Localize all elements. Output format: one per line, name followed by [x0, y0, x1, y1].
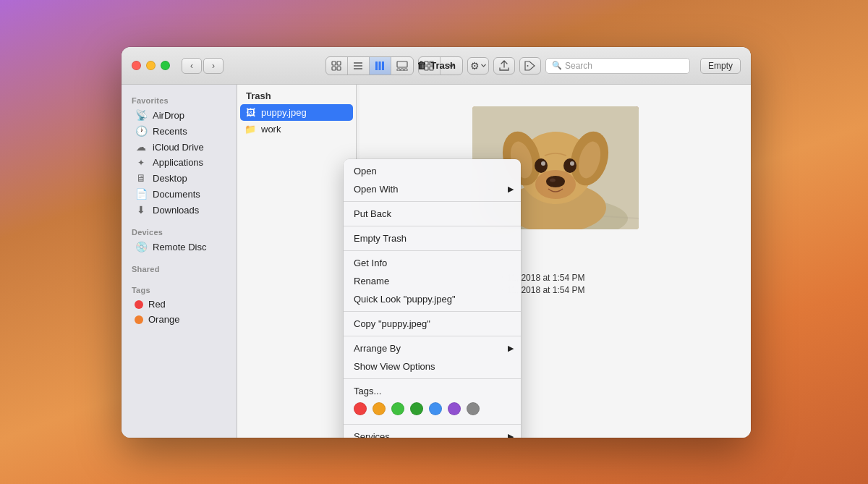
icloud-icon: ☁	[135, 141, 148, 153]
svg-rect-13	[404, 69, 407, 71]
arrange-by-arrow-icon: ▶	[508, 344, 514, 353]
tag-color-red[interactable]	[354, 402, 367, 415]
menu-item-put-back-label: Put Back	[354, 208, 391, 219]
menu-item-quick-look-label: Quick Look "puppy.jpeg"	[354, 294, 456, 305]
tags-label[interactable]: Tags...	[354, 386, 511, 396]
menu-item-get-info[interactable]: Get Info	[344, 254, 521, 272]
menu-item-show-view-options[interactable]: Show View Options	[344, 357, 521, 375]
sidebar-item-tag-red-label: Red	[148, 299, 166, 310]
menu-separator-2	[344, 226, 521, 226]
sidebar-item-remote-disc[interactable]: 💿 Remote Disc	[124, 239, 234, 255]
sidebar-item-icloud-label: iCloud Drive	[153, 142, 204, 153]
tag-button[interactable]	[519, 57, 541, 75]
sidebar-item-documents[interactable]: 📄 Documents	[124, 186, 234, 202]
sidebar-item-desktop-label: Desktop	[153, 173, 187, 184]
svg-rect-3	[337, 67, 341, 70]
sidebar-item-airdrop-label: AirDrop	[153, 110, 184, 121]
sidebar-item-recents[interactable]: 🕐 Recents	[124, 123, 234, 139]
menu-item-open-with[interactable]: Open With ▶	[344, 180, 521, 198]
menu-separator-4	[344, 311, 521, 312]
svg-point-32	[570, 161, 574, 166]
tag-red-dot	[135, 300, 143, 309]
menu-separator-5	[344, 336, 521, 336]
tag-color-blue[interactable]	[429, 402, 442, 415]
sidebar-item-tag-red[interactable]: Red	[124, 297, 234, 312]
window-title-area: 🗑 Trash	[417, 60, 456, 71]
file-item-work[interactable]: 📁 work	[237, 121, 356, 137]
sidebar-section-favorites: Favorites	[122, 92, 237, 107]
tag-color-yellow[interactable]	[391, 402, 404, 415]
traffic-lights	[132, 61, 170, 70]
svg-point-18	[527, 65, 528, 67]
sidebar-item-downloads[interactable]: ⬇ Downloads	[124, 202, 234, 218]
back-button[interactable]: ‹	[182, 58, 202, 74]
finder-window: ‹ › 🗑 Trash	[122, 47, 751, 438]
airdrop-icon: 📡	[135, 109, 148, 121]
svg-point-35	[550, 179, 556, 182]
svg-rect-2	[332, 67, 336, 70]
file-name-puppy: puppy.jpeg	[261, 107, 307, 118]
tag-color-purple[interactable]	[448, 402, 461, 415]
file-icon-puppy: 🖼	[244, 107, 256, 118]
search-bar[interactable]: 🔍 Search	[545, 58, 690, 74]
search-placeholder: Search	[565, 61, 592, 71]
color-dots	[354, 402, 511, 415]
menu-item-arrange-by[interactable]: Arrange By ▶	[344, 339, 521, 357]
svg-point-31	[541, 161, 545, 166]
tags-section: Tags...	[344, 382, 521, 421]
sidebar-section-devices: Devices	[122, 224, 237, 239]
view-icon-button[interactable]	[326, 57, 348, 75]
nav-buttons: ‹ ›	[182, 58, 224, 74]
forward-button[interactable]: ›	[203, 58, 224, 74]
menu-item-open[interactable]: Open	[344, 162, 521, 180]
menu-item-put-back[interactable]: Put Back	[344, 205, 521, 223]
menu-item-copy[interactable]: Copy "puppy.jpeg"	[344, 315, 521, 333]
view-list-button[interactable]	[348, 57, 370, 75]
menu-item-services[interactable]: Services ▶	[344, 428, 521, 438]
window-title: Trash	[430, 60, 456, 71]
menu-item-quick-look[interactable]: Quick Look "puppy.jpeg"	[344, 290, 521, 308]
sidebar-item-airdrop[interactable]: 📡 AirDrop	[124, 107, 234, 123]
minimize-button[interactable]	[146, 61, 156, 70]
menu-item-services-label: Services	[354, 431, 390, 438]
svg-rect-12	[401, 69, 404, 71]
sidebar-item-tag-orange[interactable]: Orange	[124, 312, 234, 327]
empty-trash-toolbar-button[interactable]: Empty	[700, 58, 741, 74]
tag-color-green[interactable]	[410, 402, 423, 415]
svg-rect-10	[397, 61, 407, 67]
maximize-button[interactable]	[161, 61, 170, 70]
svg-rect-0	[332, 61, 336, 65]
tag-color-gray[interactable]	[467, 402, 480, 415]
search-icon: 🔍	[552, 61, 562, 70]
file-item-puppy[interactable]: 🖼 puppy.jpeg	[240, 104, 353, 121]
action-gear-button[interactable]: ⚙	[467, 57, 489, 75]
menu-item-arrange-by-label: Arrange By	[354, 343, 401, 354]
view-gallery-button[interactable]	[391, 57, 413, 75]
remote-disc-icon: 💿	[135, 241, 148, 252]
menu-item-empty-trash-label: Empty Trash	[354, 233, 407, 244]
share-button[interactable]	[493, 57, 515, 75]
sidebar-item-icloud[interactable]: ☁ iCloud Drive	[124, 139, 234, 155]
menu-item-rename[interactable]: Rename	[344, 272, 521, 290]
close-button[interactable]	[132, 61, 141, 70]
file-list-panel: Trash 🖼 puppy.jpeg 📁 work	[237, 85, 357, 438]
downloads-icon: ⬇	[135, 204, 148, 216]
sidebar-item-documents-label: Documents	[153, 189, 200, 200]
view-buttons	[326, 56, 414, 75]
svg-point-30	[563, 158, 576, 173]
menu-item-rename-label: Rename	[354, 276, 389, 286]
view-column-button[interactable]	[370, 57, 391, 75]
sidebar-section-tags: Tags	[122, 281, 237, 297]
tag-color-orange[interactable]	[373, 402, 386, 415]
tag-orange-dot	[135, 315, 143, 324]
sidebar-item-desktop[interactable]: 🖥 Desktop	[124, 170, 234, 186]
menu-item-empty-trash[interactable]: Empty Trash	[344, 229, 521, 247]
svg-point-29	[535, 158, 548, 173]
title-bar: ‹ › 🗑 Trash	[122, 47, 751, 85]
menu-separator-6	[344, 378, 521, 379]
sidebar-item-remote-disc-label: Remote Disc	[153, 242, 206, 252]
window-title-icon: 🗑	[417, 60, 426, 71]
sidebar-item-applications[interactable]: ✦ Applications	[124, 155, 234, 170]
svg-rect-11	[397, 69, 400, 71]
sidebar-section-shared: Shared	[122, 260, 237, 276]
